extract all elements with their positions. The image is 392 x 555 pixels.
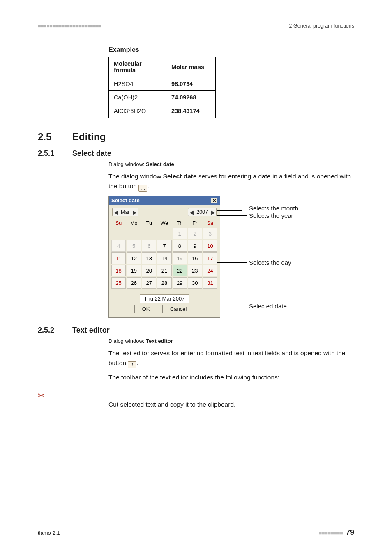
section-number: 2.5	[38, 131, 72, 143]
mass-cell: 74.09268	[166, 91, 216, 104]
calendar-day[interactable]: 15	[173, 252, 187, 264]
selected-date-display: Thu 22 Mar 2007	[140, 294, 189, 303]
calendar-day[interactable]: 24	[203, 265, 217, 276]
calendar-day[interactable]: 2	[188, 228, 202, 239]
calendar-day[interactable]: 21	[157, 265, 171, 276]
formula-cell: Ca(OH)2	[109, 91, 166, 104]
dow-header: Su	[111, 220, 126, 227]
calendar-day[interactable]: 4	[111, 240, 126, 252]
ok-button[interactable]: OK	[134, 305, 158, 313]
formula-cell: H2SO4	[109, 77, 166, 91]
month-selector[interactable]: ◀ Mar ▶	[112, 208, 138, 216]
calendar-day	[157, 228, 171, 239]
year-selector[interactable]: ◀ 2007 ▶	[188, 208, 217, 216]
dialog-title: Select date	[111, 197, 140, 204]
mass-cell: 98.0734	[166, 77, 216, 91]
dow-header: We	[157, 220, 171, 227]
molar-table: Molecular formula Molar mass H2SO4 98.07…	[108, 57, 216, 118]
calendar-day[interactable]: 20	[142, 265, 156, 276]
annot-seldate: Selected date	[249, 303, 287, 310]
calendar-day[interactable]: 27	[142, 277, 156, 289]
calendar-day[interactable]: 7	[157, 240, 171, 252]
calendar-day[interactable]: 17	[203, 252, 217, 264]
prev-year-icon[interactable]: ◀	[188, 209, 194, 215]
calendar-day[interactable]: 25	[111, 277, 126, 289]
calendar-day[interactable]: 3	[203, 228, 217, 239]
table-row: AlCl3*6H2O 238.43174	[109, 104, 216, 118]
calendar-day[interactable]: 1	[173, 228, 187, 239]
calendar-day[interactable]: 28	[157, 277, 171, 289]
dow-header: Fr	[188, 220, 202, 227]
header-marks: ■■■■■■■■■■■■■■■■■■■■■■	[38, 23, 101, 29]
calendar-day[interactable]: 11	[111, 252, 126, 264]
text-editor-intro: The text editor serves for entering form…	[108, 348, 354, 368]
subsection-text-editor: 2.5.2Text editor	[38, 326, 354, 335]
dow-header: Tu	[142, 220, 156, 227]
calendar-day	[142, 228, 156, 239]
month-label: Mar	[119, 208, 132, 216]
calendar-day[interactable]: 13	[142, 252, 156, 264]
toolbar-intro: The toolbar of the text editor includes …	[108, 372, 354, 382]
next-month-icon[interactable]: ▶	[132, 209, 138, 215]
calendar-day[interactable]: 26	[127, 277, 141, 289]
calendar-day[interactable]: 10	[203, 240, 217, 252]
annot-month: Selects the month	[249, 205, 298, 212]
calendar-day	[111, 228, 126, 239]
calendar-day[interactable]: 14	[157, 252, 171, 264]
calendar-day[interactable]: 23	[188, 265, 202, 276]
calendar-day[interactable]: 16	[188, 252, 202, 264]
table-row: H2SO4 98.0734	[109, 77, 216, 91]
annot-year: Selects the year	[249, 212, 293, 219]
col-mass: Molar mass	[166, 57, 216, 77]
calendar-day[interactable]: 22	[173, 265, 187, 276]
subsection-number: 2.5.2	[38, 326, 72, 335]
subsection-title: Text editor	[72, 326, 110, 334]
subsection-number: 2.5.1	[38, 149, 72, 158]
subsection-title: Select date	[72, 149, 111, 157]
dow-header: Sa	[203, 220, 217, 227]
table-row: Ca(OH)2 74.09268	[109, 91, 216, 104]
header-chapter: 2 General program functions	[289, 23, 354, 29]
mass-cell: 238.43174	[166, 104, 216, 118]
col-formula: Molecular formula	[109, 57, 166, 77]
calendar-day[interactable]: 9	[188, 240, 202, 252]
calendar-day[interactable]: 8	[173, 240, 187, 252]
ellipsis-button-icon: …	[138, 185, 147, 192]
calendar-day[interactable]: 6	[142, 240, 156, 252]
close-icon[interactable]: ✕	[211, 198, 217, 204]
subsection-select-date: 2.5.1Select date	[38, 149, 354, 158]
formula-cell: AlCl3*6H2O	[109, 104, 166, 118]
footer-marks: ■■■■■■■■	[319, 530, 343, 536]
section-title: Editing	[72, 131, 106, 142]
calendar-day[interactable]: 18	[111, 265, 126, 276]
calendar-day[interactable]: 30	[188, 277, 202, 289]
text-editor-button-icon: T	[128, 361, 136, 368]
cut-description: Cut selected text and copy it to the cli…	[108, 400, 354, 409]
footer-product: tiamo 2.1	[38, 530, 60, 536]
select-date-dialog: Select date ✕ ◀ Mar ▶ ◀ 2007	[108, 196, 220, 318]
dialog-window-line: Dialog window: Text editor	[108, 338, 354, 344]
next-year-icon[interactable]: ▶	[210, 209, 216, 215]
select-date-intro: The dialog window Select date serves for…	[108, 171, 354, 192]
section-editing: 2.5Editing	[38, 131, 354, 143]
calendar-day[interactable]: 19	[127, 265, 141, 276]
prev-month-icon[interactable]: ◀	[113, 209, 119, 215]
calendar-day[interactable]: 31	[203, 277, 217, 289]
dow-header: Mo	[127, 220, 141, 227]
cut-icon: ✂	[38, 391, 108, 400]
annot-day: Selects the day	[249, 259, 291, 266]
calendar-day[interactable]: 5	[127, 240, 141, 252]
calendar-day[interactable]: 29	[173, 277, 187, 289]
calendar-day[interactable]: 12	[127, 252, 141, 264]
dialog-window-line: Dialog window: Select date	[108, 161, 354, 167]
year-label: 2007	[194, 208, 210, 216]
page-number: 79	[346, 528, 354, 536]
examples-heading: Examples	[108, 46, 354, 53]
calendar-day	[127, 228, 141, 239]
dow-header: Th	[173, 220, 187, 227]
calendar-grid: SuMoTuWeThFrSa 1234567891011121314151617…	[111, 220, 218, 289]
